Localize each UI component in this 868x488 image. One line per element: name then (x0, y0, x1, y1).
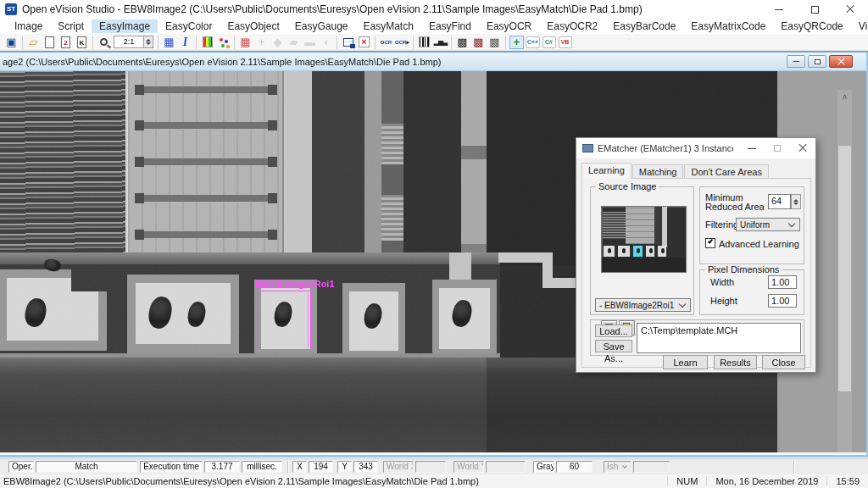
tab-learning[interactable]: Learning (581, 163, 632, 179)
decorative-element (308, 293, 309, 347)
spinner-down-icon[interactable] (793, 202, 798, 205)
save-icon[interactable]: ▣ (3, 35, 19, 50)
results-button[interactable]: Results (714, 355, 757, 369)
pb-window-icon[interactable] (340, 35, 356, 50)
child-restore-icon (815, 59, 821, 64)
ocr2-icon[interactable]: OCR▸ (394, 35, 410, 50)
menu-item-script[interactable]: Script (50, 19, 92, 33)
decorative-element (268, 230, 277, 240)
active-image-path: EBW8Image2 (C:\Users\Public\Documents\Eu… (3, 476, 667, 486)
ocr-icon[interactable]: OCR (378, 35, 394, 50)
menu-item-view[interactable]: View (851, 19, 868, 33)
source-image-group-label: Source Image (596, 181, 659, 191)
decorative-element (268, 85, 277, 95)
child-restore-button[interactable] (808, 55, 826, 68)
menu-item-easycolor[interactable]: EasyColor (158, 19, 220, 33)
cpp-icon[interactable]: C++ (525, 35, 541, 50)
world-y-label: World Y (453, 461, 484, 473)
decorative-element (135, 120, 144, 130)
color-dots-icon[interactable] (215, 35, 231, 50)
filtering-combo[interactable]: Uniform (736, 218, 800, 231)
menu-item-easyobject[interactable]: EasyObject (220, 19, 287, 33)
save-as-button[interactable]: Save As... (595, 340, 632, 352)
dialog-minimize-button[interactable] (739, 138, 765, 158)
toolbar-divider (196, 36, 197, 49)
decorative-element (268, 157, 277, 167)
menu-item-image[interactable]: Image (7, 19, 50, 33)
vertical-scrollbar[interactable]: ∧ ∨ (837, 90, 852, 452)
image-window-titlebar[interactable]: age2 (C:\Users\Public\Documents\Euresys\… (0, 53, 866, 71)
menu-item-easyqrcode[interactable]: EasyQRCode (773, 19, 850, 33)
child-close-button[interactable] (829, 55, 853, 68)
height-input[interactable]: 1.00 (768, 294, 797, 308)
toolbar-divider (337, 36, 337, 49)
menu-item-easyfind[interactable]: EasyFind (421, 19, 479, 33)
decorative-element (100, 38, 108, 46)
document-2-icon[interactable]: 2 (58, 35, 74, 50)
maximize-button[interactable] (797, 0, 832, 19)
menu-item-easybarcode[interactable]: EasyBarCode (605, 19, 683, 33)
histogram-icon[interactable]: ▂▅▃ (432, 35, 448, 50)
decorative-element (654, 207, 662, 244)
minimize-button[interactable] (761, 0, 797, 19)
child-close-icon (837, 58, 845, 65)
roi-rectangle[interactable] (257, 291, 311, 350)
menu-item-easyocr2[interactable]: EasyOCR2 (539, 19, 605, 33)
width-input[interactable]: 1.00 (768, 275, 797, 289)
menu-item-easyocr[interactable]: EasyOCR (479, 19, 539, 33)
color-bars-icon[interactable] (199, 35, 215, 50)
decorative-element: ▩ (457, 36, 467, 48)
toolbar-divider (158, 36, 159, 49)
tab-dont-care-areas[interactable]: Don't Care Areas (684, 164, 768, 179)
min-reduced-area-spinner[interactable] (791, 194, 801, 209)
decorative-element: ▩ (489, 36, 499, 48)
roi-label: EBW8Image2Roi1 (255, 279, 335, 289)
matrixcode-2-icon[interactable]: ▩ (470, 35, 487, 50)
roi-selector-combo[interactable]: - EBW8Image2Roi1 (233, (595, 298, 691, 312)
vb-icon[interactable]: VB (557, 35, 573, 50)
matrixcode-icon[interactable]: ▩ (454, 35, 470, 50)
grid-icon[interactable]: ▦ (161, 35, 177, 50)
learn-button[interactable]: Learn (663, 355, 708, 369)
qrcode-icon[interactable]: ▩ (487, 35, 503, 50)
child-minimize-button[interactable] (787, 55, 805, 68)
open-folder-icon[interactable]: ▱ (25, 35, 42, 50)
world-x-label: World X (383, 461, 414, 473)
zoom-tool-icon[interactable] (96, 35, 112, 50)
template-path-input[interactable]: C:\Temp\template.MCH (637, 323, 801, 353)
toolbar-divider (22, 36, 23, 49)
menu-item-easygauge[interactable]: EasyGauge (287, 19, 356, 33)
csharp-icon[interactable]: C# (541, 35, 557, 50)
ish-combo[interactable]: Ish (604, 461, 632, 473)
toolbar-divider (92, 36, 93, 49)
toolbar-divider (451, 36, 452, 49)
document-k-icon[interactable]: K (74, 35, 90, 50)
barcode-icon[interactable] (416, 35, 432, 50)
load-button[interactable]: Load... (595, 324, 632, 337)
spinner-up-icon[interactable] (793, 199, 798, 202)
scrollbar-thumb[interactable] (838, 146, 851, 391)
delete-roi-icon[interactable]: × (356, 35, 372, 50)
dialog-close-button[interactable] (790, 138, 815, 158)
exec-time-units: millisec. (242, 461, 282, 473)
zoom-level-combo[interactable]: 2:1 (112, 35, 155, 50)
new-document-icon[interactable] (42, 35, 58, 50)
close-dialog-button[interactable]: Close (762, 355, 805, 369)
interpolate-icon[interactable]: I (177, 35, 193, 50)
advanced-learning-checkbox[interactable] (705, 238, 715, 248)
zoom-spinner[interactable] (144, 36, 153, 48)
min-reduced-area-input[interactable]: 64 (768, 194, 791, 209)
tab-matching[interactable]: Matching (632, 164, 684, 179)
dialog-titlebar[interactable]: EMatcher (EMatcher1) 3 Instance(s) F... (576, 138, 815, 158)
decorative-element: ▣ (6, 36, 16, 48)
red-grid-icon[interactable]: ▦ (237, 35, 253, 50)
add-script-icon[interactable]: + (509, 35, 525, 50)
world-x-value (415, 461, 446, 473)
image-window-border (0, 452, 866, 458)
menu-item-easymatch[interactable]: EasyMatch (356, 19, 421, 33)
close-button[interactable] (832, 0, 868, 19)
menu-item-easyimage[interactable]: EasyImage (92, 19, 158, 33)
scroll-up-arrow[interactable]: ∧ (837, 90, 852, 103)
menu-item-easymatrixcode[interactable]: EasyMatrixCode (683, 19, 773, 33)
zoom-level-value[interactable]: 2:1 (114, 36, 144, 48)
